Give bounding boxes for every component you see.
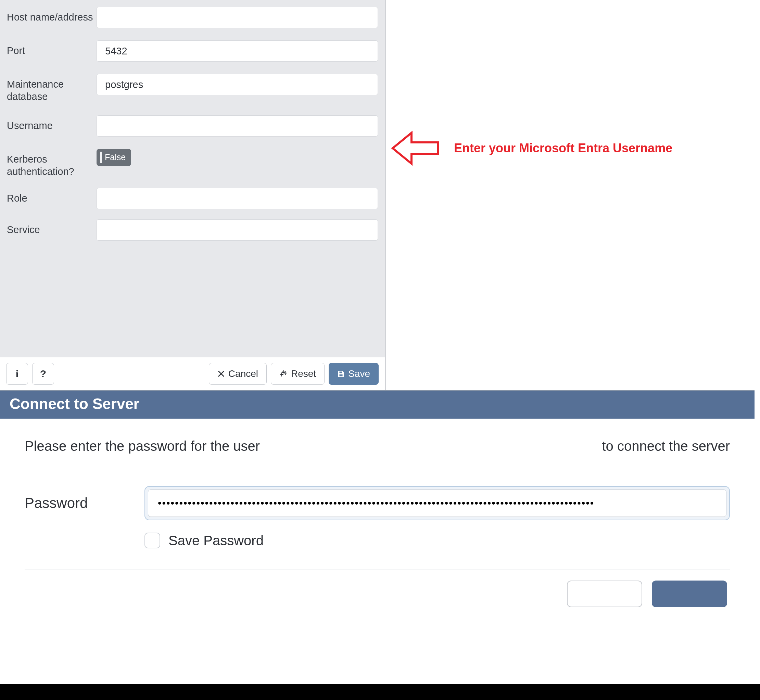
connection-fields: Host name/address Port Maintenance datab… (0, 0, 385, 241)
annotation: Enter your Microsoft Entra Username (391, 130, 672, 167)
prompt-after: to connect the server (602, 439, 730, 454)
kerberos-value: False (105, 152, 126, 162)
role-input[interactable] (97, 188, 378, 209)
username-row: Username (7, 116, 378, 137)
connect-ok-button[interactable] (652, 581, 727, 607)
save-password-label: Save Password (169, 533, 264, 548)
cancel-button[interactable]: Cancel (209, 363, 267, 385)
kerberos-label: Kerberos authentication? (7, 149, 97, 178)
connect-dialog-title: Connect to Server (0, 391, 755, 419)
role-label: Role (7, 188, 97, 204)
recycle-icon (279, 370, 288, 378)
connect-dialog-body: Please enter the password for the user t… (0, 419, 755, 622)
reset-label: Reset (291, 368, 316, 379)
prompt-username-gap (260, 439, 602, 454)
save-icon (337, 370, 345, 378)
password-row: Password (25, 486, 730, 520)
service-input[interactable] (97, 219, 378, 241)
connect-to-server-dialog: Connect to Server Please enter the passw… (0, 390, 755, 622)
left-arrow-icon (391, 130, 442, 167)
help-button[interactable]: ? (32, 363, 54, 385)
form-footer: i ? Cancel Reset (0, 357, 385, 390)
save-button[interactable]: Save (328, 363, 378, 385)
kerberos-toggle[interactable]: False (97, 149, 131, 166)
prompt-before: Please enter the password for the user (25, 439, 260, 454)
role-row: Role (7, 188, 378, 209)
annotation-text: Enter your Microsoft Entra Username (454, 141, 672, 155)
password-input[interactable] (148, 489, 726, 517)
password-prompt: Please enter the password for the user t… (25, 439, 730, 454)
help-icon: ? (40, 368, 46, 380)
save-password-row: Save Password (144, 533, 730, 548)
password-focus-ring (144, 486, 730, 520)
reset-button[interactable]: Reset (271, 363, 325, 385)
maintenance-db-label: Maintenance database (7, 74, 97, 103)
server-connection-form: Host name/address Port Maintenance datab… (0, 0, 386, 390)
service-label: Service (7, 219, 97, 236)
port-input[interactable] (97, 41, 378, 62)
connect-cancel-button[interactable] (567, 581, 642, 607)
username-label: Username (7, 116, 97, 132)
maintenance-db-row: Maintenance database (7, 74, 378, 103)
cancel-label: Cancel (228, 368, 258, 379)
save-password-checkbox[interactable] (144, 533, 160, 548)
info-icon: i (16, 368, 19, 380)
kerberos-row: Kerberos authentication? False (7, 149, 378, 178)
save-label: Save (348, 368, 370, 379)
close-icon (217, 370, 225, 378)
toggle-knob-icon (100, 152, 102, 163)
password-label: Password (25, 495, 144, 511)
info-button[interactable]: i (6, 363, 28, 385)
dialog-divider (25, 570, 730, 570)
bottom-crop-bar (0, 684, 760, 700)
host-row: Host name/address (7, 7, 378, 28)
port-label: Port (7, 41, 97, 57)
connect-dialog-footer (25, 581, 730, 607)
port-row: Port (7, 41, 378, 62)
host-input[interactable] (97, 7, 378, 28)
service-row: Service (7, 219, 378, 241)
host-label: Host name/address (7, 7, 97, 23)
maintenance-db-input[interactable] (97, 74, 378, 95)
username-input[interactable] (97, 116, 378, 137)
